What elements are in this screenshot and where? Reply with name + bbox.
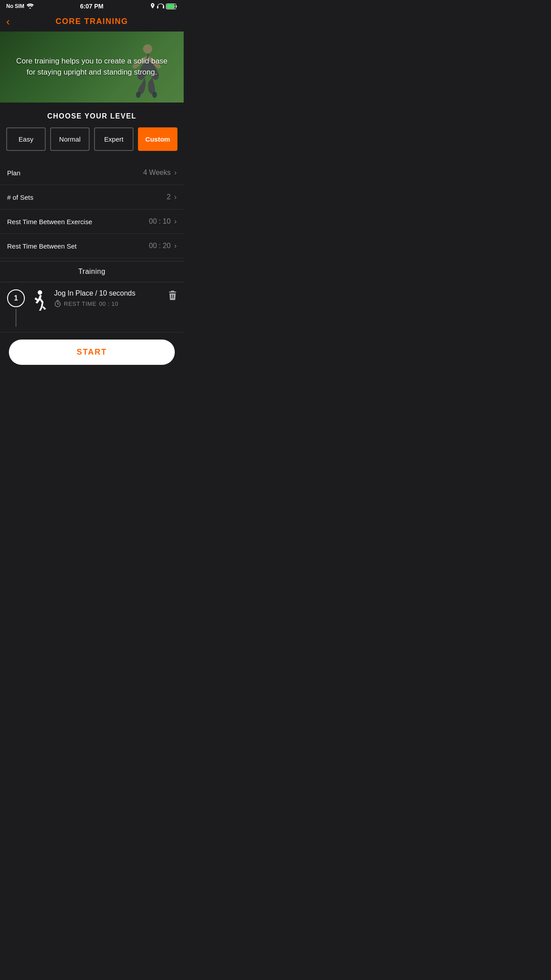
section-title: CHOOSE YOUR LEVEL	[0, 103, 184, 127]
level-expert-button[interactable]: Expert	[94, 127, 134, 151]
svg-rect-0	[157, 6, 158, 8]
jog-icon	[31, 289, 49, 312]
trash-icon	[168, 290, 177, 301]
level-normal-button[interactable]: Normal	[50, 127, 90, 151]
carrier-label: No SIM	[6, 3, 24, 9]
sets-value-container: 2 ›	[167, 193, 177, 201]
start-button[interactable]: START	[9, 340, 175, 365]
hero-overlay: Core training helps you to create a soli…	[0, 32, 184, 103]
rest-exercise-value: 00 : 10	[149, 217, 171, 225]
exercise-details: Jog In Place / 10 seconds REST TIME 00 :…	[54, 289, 177, 307]
rest-set-row[interactable]: Rest Time Between Set 00 : 20 ›	[0, 234, 184, 258]
settings-container: Plan 4 Weeks › # of Sets 2 › Rest Time B…	[0, 161, 184, 258]
exercise-number: 1	[7, 289, 25, 307]
exercise-number-col: 1	[7, 289, 25, 327]
plan-value: 4 Weeks	[143, 169, 171, 177]
rest-exercise-label: Rest Time Between Exercise	[7, 218, 92, 225]
svg-point-7	[38, 290, 42, 295]
sets-chevron: ›	[174, 193, 177, 201]
plan-chevron: ›	[174, 169, 177, 177]
exercise-icon-container	[30, 289, 50, 312]
rest-set-value-container: 00 : 20 ›	[149, 242, 177, 250]
choose-level-section: CHOOSE YOUR LEVEL Easy Normal Expert Cus…	[0, 103, 184, 161]
location-icon	[150, 3, 155, 9]
rest-set-chevron: ›	[174, 242, 177, 250]
exercise-item-1: 1 Jog In Place / 10 seconds	[0, 282, 184, 332]
plan-row[interactable]: Plan 4 Weeks ›	[0, 161, 184, 185]
sets-value: 2	[167, 193, 171, 201]
start-container: START	[0, 332, 184, 375]
svg-rect-3	[167, 4, 175, 8]
plan-label: Plan	[7, 169, 20, 177]
back-button[interactable]: ‹	[6, 16, 10, 28]
training-section-header: Training	[0, 261, 184, 282]
status-right	[150, 3, 177, 9]
rest-set-value: 00 : 20	[149, 242, 171, 250]
timer-icon	[54, 300, 61, 307]
exercise-rest: REST TIME 00 : 10	[54, 300, 177, 307]
level-buttons-container: Easy Normal Expert Custom	[0, 127, 184, 161]
page-title: CORE TRAINING	[55, 17, 128, 26]
app-header: ‹ CORE TRAINING	[0, 12, 184, 32]
sets-label: # of Sets	[7, 194, 33, 201]
rest-time-value: 00 : 10	[99, 300, 118, 307]
svg-rect-1	[163, 6, 164, 8]
wifi-icon	[27, 4, 34, 9]
rest-exercise-value-container: 00 : 10 ›	[149, 217, 177, 225]
training-title: Training	[78, 268, 105, 276]
rest-time-label: REST TIME	[64, 300, 96, 307]
exercise-list: 1 Jog In Place / 10 seconds	[0, 282, 184, 332]
rest-set-label: Rest Time Between Set	[7, 242, 77, 250]
rest-exercise-row[interactable]: Rest Time Between Exercise 00 : 10 ›	[0, 209, 184, 234]
level-custom-button[interactable]: Custom	[138, 127, 177, 151]
hero-section: Core training helps you to create a soli…	[0, 32, 184, 103]
delete-exercise-button[interactable]	[168, 290, 177, 303]
plan-value-container: 4 Weeks ›	[143, 169, 177, 177]
battery-icon	[166, 4, 177, 9]
status-time: 6:07 PM	[80, 3, 103, 10]
level-easy-button[interactable]: Easy	[6, 127, 46, 151]
status-bar: No SIM 6:07 PM	[0, 0, 184, 12]
status-left: No SIM	[6, 3, 34, 9]
hero-description: Core training helps you to create a soli…	[13, 56, 170, 78]
timeline-line	[16, 309, 16, 327]
headphones-icon	[157, 4, 164, 9]
sets-row[interactable]: # of Sets 2 ›	[0, 185, 184, 209]
rest-exercise-chevron: ›	[174, 217, 177, 225]
exercise-name: Jog In Place / 10 seconds	[54, 289, 177, 297]
